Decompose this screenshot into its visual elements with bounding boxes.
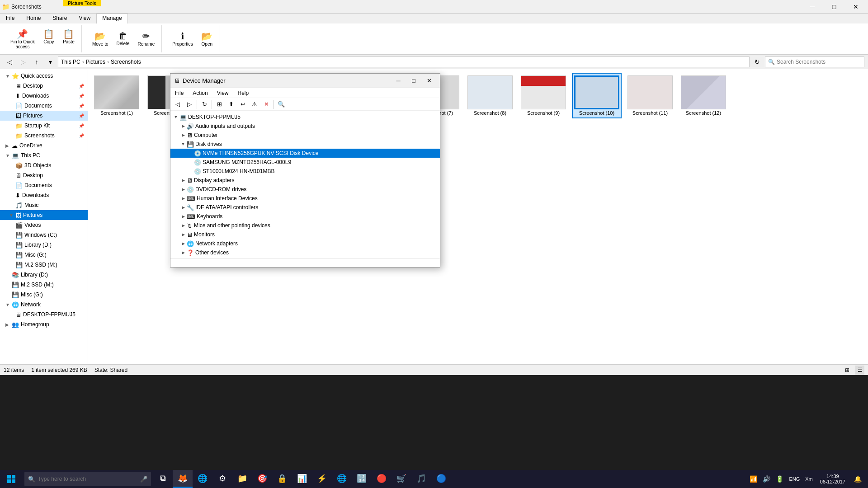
taskbar-app7-btn[interactable]: 🔵 (431, 470, 451, 488)
ribbon-btn-paste[interactable]: 📋 Paste (60, 27, 78, 51)
dm-expand-root[interactable]: ▼ (172, 113, 179, 121)
tray-network-icon[interactable]: 📶 (748, 474, 759, 484)
thumbnail-9[interactable]: Screenshot (9) (519, 73, 568, 118)
dm-tool-rollback[interactable]: ↩ (237, 99, 248, 110)
sidebar-library-d2[interactable]: 📚 Library (D:) (0, 270, 88, 280)
dm-tool-forward[interactable]: ▷ (184, 99, 195, 110)
sidebar-item-downloads[interactable]: ⬇ Downloads 📌 (0, 91, 88, 101)
dm-menu-file[interactable]: File (170, 88, 188, 98)
dm-menu-view[interactable]: View (212, 88, 233, 98)
taskbar-search[interactable]: 🔍 🎤 (24, 472, 151, 486)
taskbar-app2-btn[interactable]: 🔒 (272, 470, 292, 488)
tab-share[interactable]: Share (47, 14, 73, 23)
sidebar-windows-c[interactable]: 💾 Windows (C:) (0, 230, 88, 240)
sidebar-item-screenshots[interactable]: 📁 Screenshots 📌 (0, 131, 88, 141)
sidebar-misc-g[interactable]: 💾 Misc (G:) (0, 250, 88, 260)
search-box[interactable]: 🔍 (765, 56, 864, 67)
dm-tool-props[interactable]: ⊞ (214, 99, 225, 110)
sidebar-item-desktop[interactable]: 🖥 Desktop 📌 (0, 81, 88, 91)
dm-item-dvd[interactable]: ▶ 💿 DVD/CD-ROM drives (170, 185, 440, 194)
dm-expand-disk[interactable]: ▼ (179, 141, 187, 148)
taskbar-firefox-btn[interactable]: 🌐 (193, 470, 212, 488)
ribbon-btn-move[interactable]: 📂 Move to (89, 29, 112, 48)
taskbar-explorer-btn[interactable]: 🦊 (173, 470, 193, 488)
sidebar-m2-ssd2[interactable]: 💾 M.2 SSD (M:) (0, 280, 88, 290)
dm-tool-back[interactable]: ◁ (172, 99, 183, 110)
taskbar-app5-btn[interactable]: 🛒 (392, 470, 411, 488)
ribbon-btn-copy[interactable]: 📋 Copy (40, 27, 58, 51)
taskbar-app4-btn[interactable]: ⚡ (312, 470, 332, 488)
tab-manage[interactable]: Manage (96, 14, 127, 23)
tray-xrandr-icon[interactable]: Xm (803, 474, 815, 483)
dm-item-monitors[interactable]: ▶ 🖥 Monitors (170, 230, 440, 239)
up-button[interactable]: ↑ (31, 56, 42, 68)
sidebar-item-documents[interactable]: 📄 Documents 📌 (0, 101, 88, 111)
sidebar-item-startup-kit[interactable]: 📁 Startup Kit 📌 (0, 121, 88, 131)
sidebar-music[interactable]: 🎵 Music (0, 200, 88, 210)
dm-tool-uninstall[interactable]: ✕ (261, 99, 272, 110)
taskbar-app3-btn[interactable]: 📊 (292, 470, 312, 488)
sidebar-quick-access-header[interactable]: ▼ ⭐ Quick access (0, 71, 88, 81)
path-screenshots[interactable]: Screenshots (111, 59, 141, 65)
path-pictures[interactable]: Pictures (86, 59, 105, 65)
dm-maximize-btn[interactable]: □ (406, 76, 421, 86)
tray-sound-icon[interactable]: 🔊 (761, 474, 772, 484)
dm-item-other[interactable]: ▶ ❓ Other devices (170, 248, 440, 257)
sidebar-onedrive[interactable]: ▶ ☁ OneDrive (0, 141, 88, 150)
dm-item-st1000[interactable]: 💿 ST1000LM024 HN-M101MBB (170, 167, 440, 176)
thumbnail-12[interactable]: Screenshot (12) (679, 73, 728, 118)
minimize-button[interactable]: ─ (802, 0, 823, 14)
sidebar-m2-ssd[interactable]: 💾 M.2 SSD (M:) (0, 260, 88, 270)
thumbnail-1[interactable]: Screenshot (1) (92, 73, 142, 118)
ribbon-btn-properties[interactable]: ℹ Properties (169, 29, 196, 48)
sidebar-homegroup[interactable]: ▶ 👥 Homegroup (0, 319, 88, 329)
taskbar-folder-btn[interactable]: 📁 (232, 470, 252, 488)
dm-tool-scan[interactable]: 🔍 (276, 99, 287, 110)
dm-minimize-btn[interactable]: ─ (391, 76, 406, 86)
sidebar-pictures2[interactable]: ▼ 🖼 Pictures (0, 210, 88, 220)
dm-item-disk-drives[interactable]: ▼ 💾 Disk drives (170, 140, 440, 149)
dm-item-keyboards[interactable]: ▶ ⌨ Keyboards (170, 212, 440, 221)
dm-expand-computer[interactable]: ▶ (179, 131, 187, 139)
ribbon-btn-rename[interactable]: ✏ Rename (134, 29, 158, 48)
sidebar-downloads2[interactable]: ⬇ Downloads (0, 190, 88, 200)
maximize-button[interactable]: □ (824, 0, 844, 14)
details-view-btn[interactable]: ☰ (855, 366, 864, 375)
dm-item-network[interactable]: ▶ 🌐 Network adapters (170, 239, 440, 248)
path-this-pc[interactable]: This PC (61, 59, 80, 65)
taskbar-search-input[interactable] (38, 476, 137, 482)
sidebar-desktop-fppmuj5[interactable]: 🖥 DESKTOP-FPPMUJ5 (0, 310, 88, 319)
taskbar-settings-btn[interactable]: ⚙ (212, 470, 232, 488)
close-button[interactable]: ✕ (845, 0, 866, 14)
dm-item-computer[interactable]: ▶ 🖥 Computer (170, 131, 440, 140)
tab-view[interactable]: View (73, 14, 96, 23)
taskbar-app6-btn[interactable]: 🎵 (411, 470, 431, 488)
back-button[interactable]: ◁ (4, 56, 15, 68)
taskbar-app1-btn[interactable]: 🎯 (252, 470, 272, 488)
sidebar-documents2[interactable]: 📄 Documents (0, 180, 88, 190)
dm-close-btn[interactable]: ✕ (422, 76, 436, 86)
recent-button[interactable]: ▾ (44, 56, 56, 68)
dm-item-audio[interactable]: ▶ 🔊 Audio inputs and outputs (170, 122, 440, 131)
tab-file[interactable]: File (0, 14, 20, 23)
address-path[interactable]: This PC › Pictures › Screenshots (58, 56, 750, 67)
dm-item-nvme[interactable]: 💿 NVMe THNSN5256GPUK NV SCSI Disk Device (170, 149, 440, 158)
sidebar-network[interactable]: ▼ 🌐 Network (0, 300, 88, 310)
dm-menu-action[interactable]: Action (188, 88, 212, 98)
dm-tool-refresh[interactable]: ↻ (199, 99, 210, 110)
sidebar-videos[interactable]: 🎬 Videos (0, 220, 88, 230)
dm-item-hid[interactable]: ▶ ⌨ Human Interface Devices (170, 194, 440, 203)
dm-item-display[interactable]: ▶ 🖥 Display adapters (170, 176, 440, 185)
refresh-button[interactable]: ↻ (751, 56, 763, 68)
tray-keyboard-icon[interactable]: ENG (787, 474, 802, 483)
taskbar-calc-btn[interactable]: 🔢 (352, 470, 372, 488)
sidebar-misc-g2[interactable]: 💾 Misc (G:) (0, 290, 88, 300)
start-button[interactable] (0, 470, 23, 488)
sidebar-library-d[interactable]: 💾 Library (D:) (0, 240, 88, 250)
thumbnail-10[interactable]: Screenshot (10) (572, 73, 622, 118)
sidebar-item-pictures[interactable]: 🖼 Pictures 📌 (0, 111, 88, 121)
notification-center-btn[interactable]: 🔔 (851, 470, 864, 488)
task-view-btn[interactable]: ⧉ (153, 470, 173, 488)
taskbar-opera-btn[interactable]: 🔴 (372, 470, 392, 488)
dm-expand-audio[interactable]: ▶ (179, 122, 187, 130)
